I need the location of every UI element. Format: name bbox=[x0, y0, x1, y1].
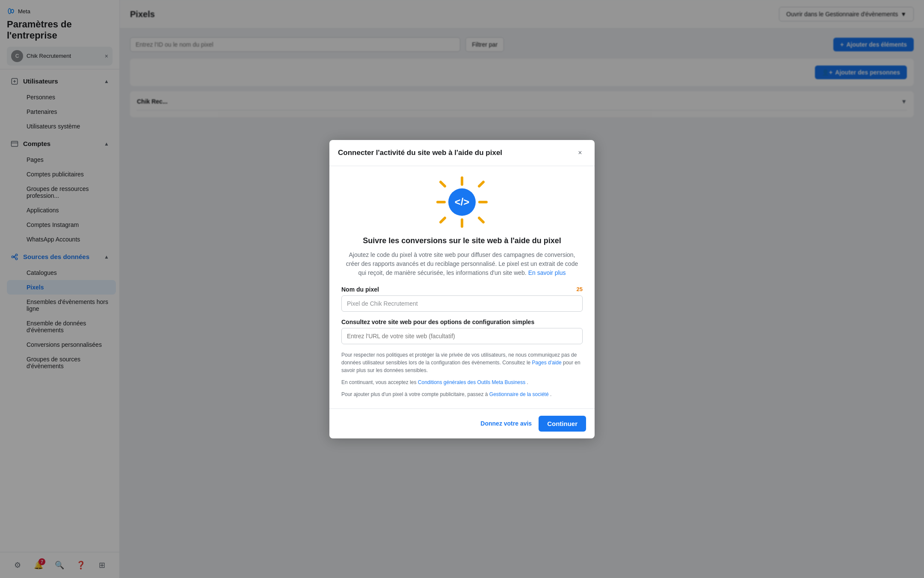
modal-description: Ajoutez le code du pixel à votre site we… bbox=[341, 250, 583, 277]
feedback-button[interactable]: Donnez votre avis bbox=[479, 417, 533, 430]
url-group: Consultez votre site web pour des option… bbox=[341, 319, 583, 344]
extra-note: Pour ajouter plus d'un pixel à votre com… bbox=[341, 390, 583, 398]
pixel-name-input[interactable] bbox=[341, 295, 583, 312]
modal-overlay: Connecter l'activité du site web à l'aid… bbox=[0, 0, 924, 578]
ray-topleft bbox=[439, 180, 447, 188]
modal-footer: Donnez votre avis Continuer bbox=[329, 408, 595, 438]
ray-bottom bbox=[461, 218, 463, 228]
modal-learn-more-link[interactable]: En savoir plus bbox=[528, 269, 566, 276]
ray-left bbox=[436, 201, 446, 203]
modal-header: Connecter l'activité du site web à l'aid… bbox=[329, 140, 595, 166]
url-input[interactable] bbox=[341, 328, 583, 344]
pixel-name-label: Nom du pixel bbox=[341, 286, 379, 293]
modal-close-button[interactable]: × bbox=[574, 147, 586, 159]
modal-illustration: </> bbox=[341, 176, 583, 228]
ray-right bbox=[478, 201, 488, 203]
gestionnaire-societe-link[interactable]: Gestionnaire de la société bbox=[489, 391, 549, 397]
modal-title: Connecter l'activité du site web à l'aid… bbox=[338, 149, 502, 157]
continue-button[interactable]: Continuer bbox=[539, 416, 586, 432]
privacy-note: Pour respecter nos politiques et protége… bbox=[341, 351, 583, 374]
ray-top bbox=[461, 176, 463, 186]
ray-bottomleft bbox=[439, 216, 447, 223]
modal: Connecter l'activité du site web à l'aid… bbox=[329, 140, 595, 438]
pixel-name-label-row: Nom du pixel 25 bbox=[341, 286, 583, 293]
url-label: Consultez votre site web pour des option… bbox=[341, 319, 583, 325]
pixel-icon-wrapper: </> bbox=[436, 176, 488, 228]
pages-aide-link[interactable]: Pages d'aide bbox=[532, 360, 562, 366]
terms-link[interactable]: Conditions générales des Outils Meta Bus… bbox=[418, 379, 525, 385]
terms-note: En continuant, vous acceptez les Conditi… bbox=[341, 378, 583, 386]
modal-headline: Suivre les conversions sur le site web à… bbox=[341, 236, 583, 245]
pixel-name-group: Nom du pixel 25 bbox=[341, 286, 583, 312]
ray-bottomright bbox=[477, 216, 485, 223]
modal-body: </> Suivre les conversions sur le site w… bbox=[329, 166, 595, 408]
ray-topright bbox=[477, 180, 485, 188]
pixel-code-icon: </> bbox=[448, 188, 476, 216]
pixel-name-counter: 25 bbox=[577, 286, 583, 292]
